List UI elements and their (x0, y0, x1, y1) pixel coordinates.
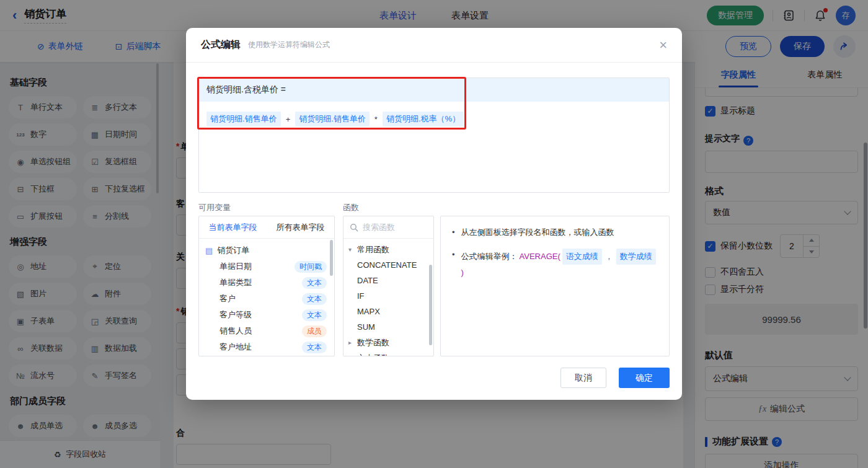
formula-expression: 销货明细.销售单价+销货明细.销售单价*销货明细.税率（%） (199, 102, 669, 136)
help-example-arg: 数学成绩 (616, 249, 656, 265)
app-root: ‹ 销货订单 表单设计表单设置 数据管理 存 ⊘表单外链⊡后端脚本▥数据权 预览… (0, 0, 868, 468)
function-item-CONCATENATE[interactable]: CONCATENATE (343, 257, 433, 273)
confirm-button[interactable]: 确定 (619, 368, 670, 388)
formula-operator[interactable]: * (374, 115, 378, 124)
variable-name: 单据类型 (219, 277, 252, 288)
variables-tab-所有表单字段[interactable]: 所有表单字段 (267, 216, 334, 238)
variables-root-row[interactable]: ▤销货订单 (199, 242, 334, 258)
modal-header: 公式编辑 使用数学运算符编辑公式 × (186, 28, 682, 63)
formula-field-token[interactable]: 销货明细.销售单价 (206, 112, 281, 126)
functions-panel: ▾常用函数CONCATENATEDATEIFMAPXSUM▸数学函数▸文本函数 (343, 216, 434, 356)
tree-closed-icon: ▸ (348, 355, 357, 356)
function-group-label: 文本函数 (357, 353, 389, 357)
function-item-IF[interactable]: IF (343, 288, 433, 304)
variable-name: 客户等级 (219, 309, 252, 320)
help-example-prefix: 公式编辑举例： (461, 250, 518, 263)
variable-type-badge: 文本 (302, 277, 327, 289)
tree-open-icon: ▾ (348, 246, 357, 253)
help-example-separator: ， (605, 250, 613, 263)
variable-type-badge: 文本 (302, 309, 327, 321)
variable-row-客户地址[interactable]: 客户地址文本 (199, 339, 334, 355)
tree-closed-icon: ▸ (348, 339, 357, 346)
variable-type-badge: 时间戳 (294, 261, 327, 273)
formula-target: 销货明细.含税单价 = (199, 78, 669, 102)
function-item-MAPX[interactable]: MAPX (343, 304, 433, 319)
variable-name: 销售人员 (219, 325, 252, 337)
function-group-文本函数[interactable]: ▸文本函数 (343, 350, 433, 356)
formula-editor-area[interactable]: 销货明细.含税单价 = 销货明细.销售单价+销货明细.销售单价*销货明细.税率（… (198, 77, 670, 193)
variable-name: 客户 (219, 293, 236, 304)
formula-editor-modal: 公式编辑 使用数学运算符编辑公式 × 销货明细.含税单价 = 销货明细.销售单价… (186, 28, 682, 400)
functions-list: ▾常用函数CONCATENATEDATEIFMAPXSUM▸数学函数▸文本函数 (343, 239, 433, 356)
help-example-function: AVERAGE( (520, 250, 560, 263)
cancel-button[interactable]: 取消 (560, 368, 606, 388)
function-group-数学函数[interactable]: ▸数学函数 (343, 335, 433, 350)
variable-row-单据类型[interactable]: 单据类型文本 (199, 275, 334, 291)
function-item-SUM[interactable]: SUM (343, 319, 433, 335)
variables-tab-当前表单字段[interactable]: 当前表单字段 (199, 216, 267, 238)
function-group-常用函数[interactable]: ▾常用函数 (343, 242, 433, 257)
variable-row-客户等级[interactable]: 客户等级文本 (199, 307, 334, 323)
functions-scrollbar[interactable] (429, 265, 432, 345)
function-search[interactable] (343, 216, 433, 239)
variables-list: ▤销货订单单据日期时间戳单据类型文本客户文本客户等级文本销售人员成员客户地址文本 (199, 239, 334, 356)
variable-type-badge: 成员 (302, 325, 327, 337)
help-tip: 从左侧面板选择字段名和函数，或输入函数 (452, 226, 658, 239)
help-example: 公式编辑举例：AVERAGE(语文成绩，数学成绩) (452, 249, 658, 279)
variables-label: 可用变量 (198, 202, 231, 213)
help-example-close: ) (461, 267, 464, 279)
variables-scrollbar[interactable] (330, 240, 333, 276)
variable-type-badge: 文本 (302, 293, 327, 305)
function-group-label: 数学函数 (357, 337, 389, 348)
variable-name: 单据日期 (219, 261, 252, 272)
doc-icon: ▤ (205, 246, 213, 255)
formula-field-token[interactable]: 销货明细.销售单价 (295, 112, 370, 126)
variable-row-销售人员[interactable]: 销售人员成员 (199, 323, 334, 339)
help-example-arg: 语文成绩 (562, 249, 602, 265)
variable-row-单据日期[interactable]: 单据日期时间戳 (199, 258, 334, 275)
modal-footer: 取消 确定 (560, 368, 670, 388)
variable-name: 客户地址 (219, 342, 252, 353)
functions-label: 函数 (343, 202, 359, 213)
function-group-label: 常用函数 (357, 244, 389, 255)
function-item-DATE[interactable]: DATE (343, 273, 433, 288)
search-icon (350, 223, 358, 232)
variables-panel: 当前表单字段所有表单字段 ▤销货订单单据日期时间戳单据类型文本客户文本客户等级文… (198, 216, 335, 356)
modal-title: 公式编辑 (201, 38, 241, 51)
help-panel: 从左侧面板选择字段名和函数，或输入函数 公式编辑举例：AVERAGE(语文成绩，… (440, 216, 670, 356)
variables-root-label: 销货订单 (217, 245, 249, 256)
modal-subtitle: 使用数学运算符编辑公式 (248, 40, 330, 50)
formula-operator[interactable]: + (286, 115, 291, 124)
close-icon[interactable]: × (659, 38, 667, 52)
variables-tabs: 当前表单字段所有表单字段 (199, 216, 334, 239)
formula-field-token[interactable]: 销货明细.税率（%） (383, 112, 464, 126)
variable-row-客户[interactable]: 客户文本 (199, 291, 334, 307)
function-search-input[interactable] (363, 223, 418, 232)
variable-type-badge: 文本 (302, 342, 327, 353)
